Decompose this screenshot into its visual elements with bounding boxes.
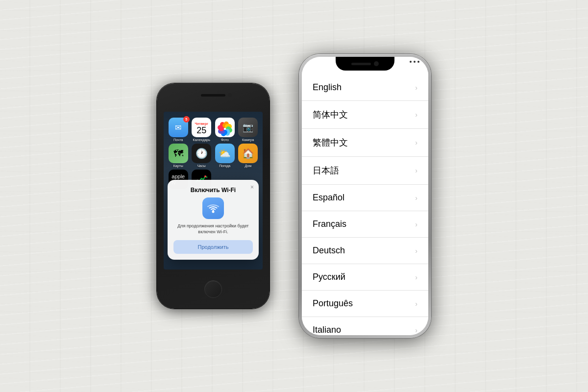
chevron-icon-portuguese: › (415, 300, 417, 308)
camera-label: Камера (242, 138, 254, 142)
phone1-screen: ✉ 5 Почта Четверг 25 Календарь (164, 112, 263, 270)
phone2: English › 简体中文 › 繁體中文 › 日本語 › (299, 54, 431, 338)
app-weather[interactable]: ⛅ Погода (214, 144, 236, 168)
list-item-traditional-chinese[interactable]: 繁體中文 › (302, 129, 428, 157)
language-simplified-chinese: 简体中文 (313, 109, 348, 121)
chevron-icon-traditional-chinese: › (415, 139, 417, 147)
language-russian: Русский (313, 272, 345, 282)
phone2-front-camera (374, 61, 379, 66)
chevron-icon-french: › (415, 220, 417, 228)
phone2-status-bar (410, 61, 419, 63)
list-item-russian[interactable]: Русский › (302, 264, 428, 291)
chevron-icon-spanish: › (415, 194, 417, 202)
language-selection-screen: English › 简体中文 › 繁體中文 › 日本語 › (302, 57, 428, 335)
list-item-spanish[interactable]: Español › (302, 185, 428, 211)
app-maps[interactable]: 🗺 Карты (168, 144, 189, 168)
app-photos[interactable]: Фото (214, 118, 236, 142)
app-home[interactable]: 🏠 Дом (238, 144, 259, 168)
wifi-symbol-icon (207, 203, 220, 213)
calendar-icon: Четверг 25 (192, 118, 211, 137)
chevron-icon-italian: › (415, 326, 417, 334)
wifi-dialog-title: Включить Wi-Fi (173, 187, 253, 194)
chevron-icon-russian: › (415, 273, 417, 281)
language-german: Deutsch (313, 245, 345, 256)
list-item-simplified-chinese[interactable]: 简体中文 › (302, 101, 428, 129)
chevron-icon-german: › (415, 247, 417, 255)
language-english: English (313, 82, 342, 93)
calendar-label: Календарь (193, 138, 210, 142)
clock-label: Часы (197, 164, 206, 168)
status-dot-1 (410, 61, 412, 63)
phone1-front-camera (228, 93, 232, 97)
phone2-screen: English › 简体中文 › 繁體中文 › 日本語 › (302, 57, 428, 335)
svg-point-0 (204, 175, 206, 177)
photos-icon (215, 118, 235, 137)
chevron-icon-japanese: › (415, 167, 417, 174)
wifi-dialog-body: Для продолжения настройки будет включен … (173, 223, 253, 235)
maps-label: Карты (173, 164, 183, 168)
app-camera[interactable]: 📷 Камера (238, 118, 259, 142)
mail-icon: ✉ 5 (169, 118, 188, 137)
photos-label: Фото (221, 138, 229, 142)
wifi-dialog-close-button[interactable]: × (250, 184, 254, 191)
status-dot-3 (417, 61, 419, 63)
phone1: ✉ 5 Почта Четверг 25 Календарь (157, 83, 270, 309)
clock-icon: 🕐 (192, 144, 211, 163)
phone1-speaker-grille (201, 94, 225, 97)
weather-icon: ⛅ (215, 144, 235, 163)
status-dot-2 (414, 61, 416, 63)
app-calendar[interactable]: Четверг 25 Календарь (191, 118, 213, 142)
weather-label: Погода (219, 164, 230, 168)
mail-label: Почта (173, 138, 183, 142)
language-traditional-chinese: 繁體中文 (313, 137, 348, 148)
wifi-icon-container (173, 197, 253, 219)
calendar-date: 25 (196, 126, 206, 135)
language-french: Français (313, 219, 346, 229)
wifi-dialog: × Включить Wi-Fi Для продолжения настрой… (168, 180, 259, 260)
list-item-french[interactable]: Français › (302, 211, 428, 238)
language-portuguese: Português (313, 298, 353, 309)
language-japanese: 日本語 (313, 165, 339, 176)
phone2-body: English › 简体中文 › 繁體中文 › 日本語 › (299, 54, 431, 338)
phone2-notch (336, 57, 394, 71)
maps-icon: 🗺 (169, 144, 188, 163)
phone2-speaker-grille (351, 63, 371, 65)
chevron-icon-simplified-chinese: › (415, 111, 417, 119)
list-item-italian[interactable]: Italiano › (302, 317, 428, 335)
phone1-home-button[interactable] (204, 280, 222, 298)
home-label: Дом (245, 164, 251, 168)
wifi-icon (202, 197, 224, 219)
phone1-body: ✉ 5 Почта Четверг 25 Календарь (157, 83, 270, 309)
list-item-portuguese[interactable]: Português › (302, 291, 428, 317)
list-item-japanese[interactable]: 日本語 › (302, 157, 428, 185)
language-list: English › 简体中文 › 繁體中文 › 日本語 › (302, 74, 428, 335)
app-clock[interactable]: 🕐 Часы (191, 144, 213, 168)
list-item-german[interactable]: Deutsch › (302, 238, 428, 264)
photos-flower-icon (218, 121, 232, 134)
svg-point-2 (212, 210, 215, 213)
camera-icon: 📷 (238, 118, 258, 137)
app-mail[interactable]: ✉ 5 Почта (168, 118, 189, 142)
home-icon: 🏠 (238, 144, 258, 163)
wifi-dialog-continue-button[interactable]: Продолжить (173, 240, 253, 254)
mail-badge: 5 (183, 116, 190, 122)
chevron-icon-english: › (415, 84, 417, 92)
language-italian: Italiano (313, 325, 341, 335)
list-item-english[interactable]: English › (302, 74, 428, 101)
language-spanish: Español (313, 193, 344, 203)
